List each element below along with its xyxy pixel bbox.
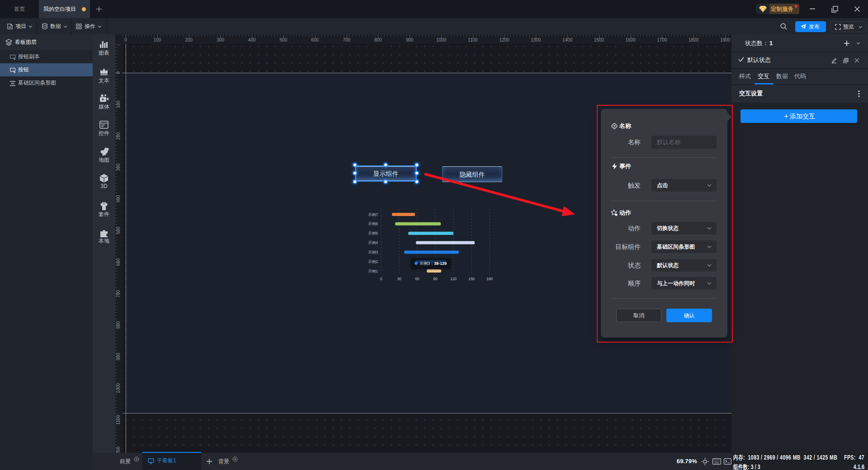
svg-text:180: 180	[486, 277, 493, 281]
svg-text:0: 0	[380, 277, 382, 281]
svg-text:示例3: 示例3	[368, 250, 378, 254]
svg-text:150: 150	[468, 277, 475, 281]
svg-text:示例5: 示例5	[368, 231, 378, 235]
svg-text:60: 60	[415, 277, 420, 281]
svg-text:示例7: 示例7	[368, 212, 378, 217]
svg-text:30: 30	[397, 277, 401, 281]
svg-text:120: 120	[450, 277, 457, 281]
svg-text:示例4: 示例4	[368, 240, 378, 245]
svg-text:90: 90	[433, 277, 438, 281]
svg-text:示例1: 示例1	[368, 269, 378, 273]
svg-text:示例6: 示例6	[368, 221, 378, 226]
svg-text:示例2: 示例2	[368, 259, 378, 264]
